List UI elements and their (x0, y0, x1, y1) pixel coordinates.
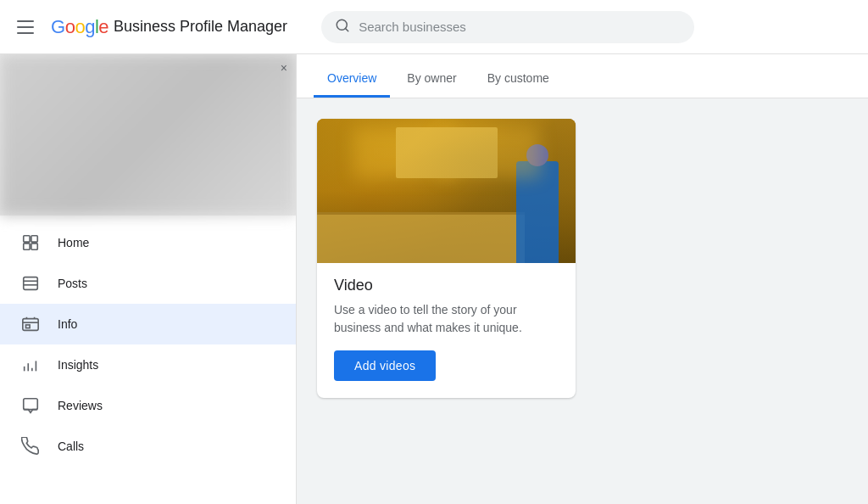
sidebar-nav: Home Posts (0, 216, 296, 473)
info-icon (20, 314, 41, 334)
insights-icon (20, 355, 41, 375)
sidebar-item-home[interactable]: Home (0, 222, 296, 263)
svg-rect-9 (23, 319, 38, 331)
sidebar-item-posts-label: Posts (58, 277, 87, 290)
sidebar: × Home (0, 54, 297, 504)
sidebar-profile: × (0, 54, 296, 216)
calls-icon (20, 436, 41, 456)
menu-button[interactable] (14, 17, 37, 37)
app-header: Google Business Profile Manager (0, 0, 868, 54)
reviews-icon (20, 395, 41, 416)
sidebar-item-reviews-label: Reviews (58, 399, 103, 412)
sidebar-item-home-label: Home (58, 236, 89, 249)
svg-rect-4 (24, 244, 30, 249)
video-thumbnail (317, 119, 576, 263)
sidebar-item-info-label: Info (58, 317, 77, 331)
svg-rect-5 (31, 244, 37, 249)
logo-area: Google Business Profile Manager (51, 16, 287, 38)
main-layout: × Home (0, 54, 868, 504)
sidebar-item-calls[interactable]: Calls (0, 426, 296, 467)
google-logo: Google (51, 16, 108, 38)
photos-content: Video Use a video to tell the story of y… (297, 98, 868, 418)
sidebar-item-posts[interactable]: Posts (0, 263, 296, 304)
thumbnail-image (317, 119, 576, 263)
home-icon (20, 232, 41, 253)
video-card-description: Use a video to tell the story of your bu… (334, 301, 559, 337)
svg-rect-18 (24, 399, 38, 410)
counter-decoration (317, 212, 525, 263)
profile-blur (0, 54, 296, 216)
tab-by-owner[interactable]: By owner (393, 59, 470, 98)
posts-icon (20, 273, 41, 294)
video-card-title: Video (334, 277, 559, 294)
sidebar-item-reviews[interactable]: Reviews (0, 385, 296, 426)
sidebar-item-insights-label: Insights (58, 358, 98, 372)
svg-rect-13 (26, 325, 31, 328)
header-left: Google Business Profile Manager (14, 16, 287, 38)
video-card: Video Use a video to tell the story of y… (317, 119, 576, 398)
app-title: Business Profile Manager (114, 18, 287, 36)
search-bar[interactable] (321, 11, 694, 43)
svg-rect-3 (31, 236, 37, 242)
sidebar-item-insights[interactable]: Insights (0, 344, 296, 385)
sidebar-item-calls-label: Calls (58, 440, 84, 453)
add-videos-button[interactable]: Add videos (334, 350, 436, 381)
search-icon (335, 18, 350, 36)
sidebar-close-button[interactable]: × (281, 61, 287, 75)
search-input[interactable] (359, 20, 681, 34)
video-card-body: Video Use a video to tell the story of y… (317, 263, 576, 398)
svg-rect-2 (24, 236, 30, 242)
tab-by-customer[interactable]: By custome (474, 59, 563, 98)
tab-overview[interactable]: Overview (314, 59, 390, 98)
content-area: Overview By owner By custome Video Use a… (297, 54, 868, 504)
sidebar-item-info[interactable]: Info (0, 304, 296, 344)
tabs-bar: Overview By owner By custome (297, 54, 868, 98)
svg-line-1 (346, 28, 348, 31)
figure-decoration (516, 161, 559, 263)
svg-rect-6 (24, 277, 38, 290)
